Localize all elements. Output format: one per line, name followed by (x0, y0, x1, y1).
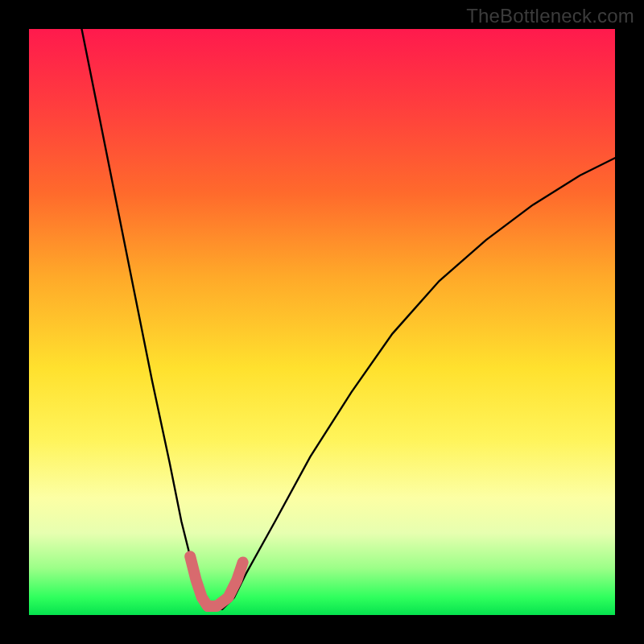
watermark-text: TheBottleneck.com (466, 5, 634, 27)
marker-u (190, 556, 243, 606)
plot-area (29, 29, 615, 615)
chart-svg (29, 29, 615, 615)
outer-frame: TheBottleneck.com (0, 0, 644, 644)
bottleneck-curve (82, 29, 616, 609)
